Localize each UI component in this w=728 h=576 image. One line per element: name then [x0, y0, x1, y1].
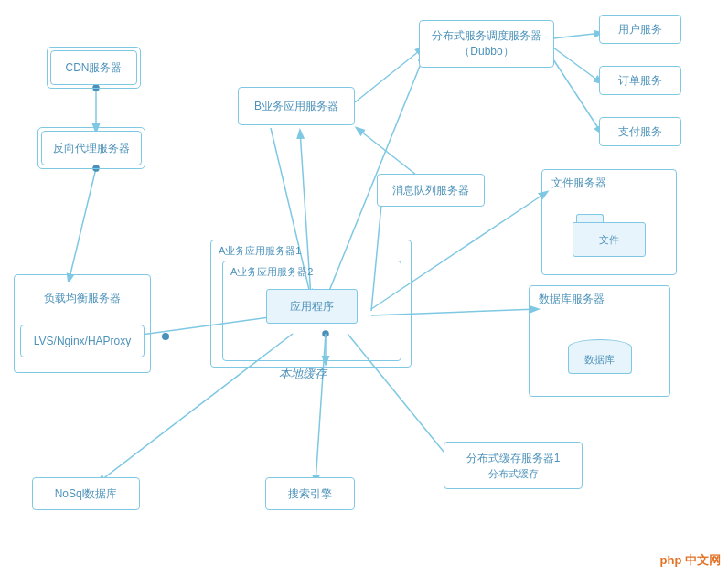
- nosql-label: NoSql数据库: [55, 486, 118, 502]
- pay-service-label: 支付服务: [618, 124, 662, 140]
- search-label: 搜索引擎: [288, 486, 332, 502]
- lvs-node: LVS/Nginx/HAProxy: [20, 325, 145, 357]
- local-cache-label: 本地缓存: [279, 366, 327, 382]
- a-server2-outer: A业务应用服务器2 应用程序: [222, 261, 401, 361]
- distributed-cache-node: 分布式缓存服务器1 分布式缓存: [444, 442, 583, 489]
- db-server-outer: 数据库服务器 数据库: [529, 285, 670, 397]
- folder-body: 文件: [573, 222, 646, 257]
- svg-line-2: [69, 168, 96, 282]
- svg-point-20: [162, 333, 169, 340]
- user-service-label: 用户服务: [618, 22, 662, 37]
- order-service-node: 订单服务: [599, 66, 681, 95]
- app-node: 应用程序: [266, 289, 358, 324]
- b-service-node: B业务应用服务器: [238, 87, 355, 125]
- db-label: 数据库: [584, 353, 615, 367]
- b-service-label: B业务应用服务器: [254, 99, 338, 114]
- order-service-label: 订单服务: [618, 73, 662, 89]
- mq-label: 消息队列服务器: [392, 183, 469, 198]
- svg-line-12: [357, 128, 421, 178]
- load-balancer-label: 负载均衡服务器: [44, 291, 121, 306]
- watermark: php 中文网: [660, 552, 721, 569]
- svg-line-6: [553, 48, 602, 83]
- a-server1-outer: A业务应用服务器1 A业务应用服务器2 应用程序: [210, 240, 412, 368]
- db-cylinder-area: 数据库: [568, 339, 632, 387]
- svg-line-4: [355, 48, 423, 102]
- a-server1-label: A业务应用服务器1: [219, 244, 301, 258]
- db-server-label: 数据库服务器: [539, 292, 605, 307]
- a-server2-label: A业务应用服务器2: [230, 265, 313, 279]
- app-label: 应用程序: [290, 299, 334, 315]
- dubbo-label: 分布式服务调度服务器（Dubbo）: [432, 28, 541, 59]
- search-node: 搜索引擎: [265, 477, 355, 510]
- file-server-outer: 文件服务器 文件: [541, 169, 677, 275]
- distributed-cache-label2: 分布式缓存: [488, 466, 539, 482]
- svg-line-7: [553, 59, 602, 133]
- lvs-label: LVS/Nginx/HAProxy: [34, 334, 131, 349]
- user-service-node: 用户服务: [599, 15, 681, 44]
- reverse-proxy-label: 反向代理服务器: [53, 141, 130, 156]
- file-label: 文件: [599, 233, 619, 247]
- dubbo-node: 分布式服务调度服务器（Dubbo）: [419, 20, 554, 68]
- cdn-server-node: CDN服务器: [50, 50, 137, 85]
- db-body: 数据库: [568, 347, 632, 374]
- distributed-cache-label1: 分布式缓存服务器1: [466, 450, 561, 466]
- file-server-label: 文件服务器: [551, 176, 606, 191]
- file-folder-area: 文件: [573, 214, 646, 265]
- nosql-node: NoSql数据库: [32, 477, 140, 510]
- cdn-server-label: CDN服务器: [66, 60, 123, 76]
- load-balancer-label-node: 负载均衡服务器: [20, 282, 145, 315]
- svg-line-5: [553, 33, 602, 38]
- reverse-proxy-node: 反向代理服务器: [41, 131, 142, 165]
- pay-service-node: 支付服务: [599, 117, 681, 146]
- mq-node: 消息队列服务器: [377, 174, 485, 207]
